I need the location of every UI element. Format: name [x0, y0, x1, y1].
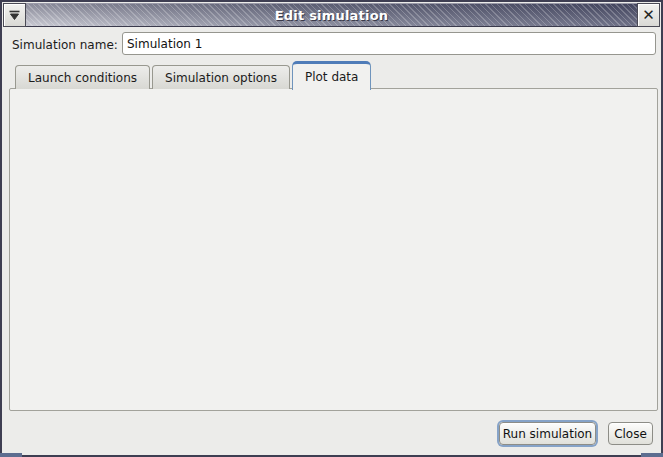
close-button[interactable]: ✕ — [637, 3, 660, 27]
plot-data-panel — [9, 88, 658, 411]
simulation-name-label: Simulation name: — [12, 38, 118, 52]
tab-launch-conditions[interactable]: Launch conditions — [15, 65, 150, 89]
window-title: Edit simulation — [275, 8, 388, 23]
titlebar[interactable]: Edit simulation ✕ — [3, 3, 660, 27]
simulation-name-input[interactable] — [122, 32, 656, 55]
tab-label: Simulation options — [165, 71, 277, 85]
window-menu-button[interactable] — [3, 3, 26, 27]
run-simulation-label: Run simulation — [503, 427, 592, 441]
close-icon: ✕ — [642, 8, 655, 23]
run-simulation-button[interactable]: Run simulation — [499, 422, 596, 445]
resize-grip-left[interactable] — [0, 453, 22, 457]
titlebar-stripe: Edit simulation — [26, 3, 637, 27]
tab-label: Plot data — [305, 70, 358, 84]
tab-label: Launch conditions — [28, 71, 137, 85]
close-dialog-label: Close — [614, 427, 647, 441]
edit-simulation-dialog: Edit simulation ✕ Simulation name: Launc… — [0, 0, 663, 457]
close-dialog-button[interactable]: Close — [608, 422, 653, 445]
tab-bar: Launch conditions Simulation options Plo… — [15, 60, 373, 89]
window-menu-icon — [8, 10, 21, 21]
resize-grip-right[interactable] — [641, 453, 663, 457]
tab-simulation-options[interactable]: Simulation options — [152, 65, 290, 89]
tab-plot-data[interactable]: Plot data — [292, 61, 371, 90]
